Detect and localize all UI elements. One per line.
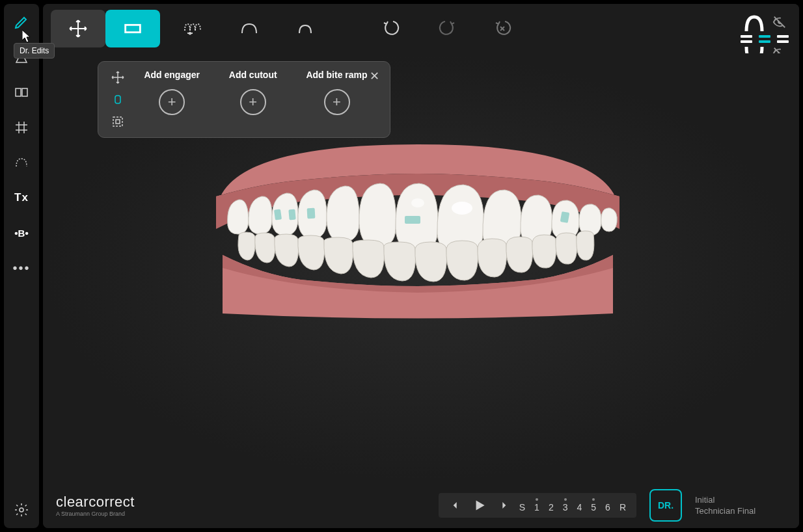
panel-col-engager: Add engager + [144, 70, 200, 129]
reset-icon[interactable] [480, 10, 526, 47]
add-features-panel: Add engager + Add cutout + Add bite ramp… [98, 61, 390, 138]
status-final: Technician Final [695, 506, 786, 516]
top-toolbar [43, 4, 799, 53]
upper-arch-indicator[interactable] [742, 14, 766, 33]
b-tool-icon[interactable]: •B• [10, 221, 33, 245]
svg-point-12 [452, 202, 472, 215]
brand-subtitle: A Straumann Group Brand [56, 511, 135, 517]
panel-select-icon[interactable] [110, 114, 126, 129]
timeline-step[interactable]: 4 [577, 498, 582, 512]
redo-icon[interactable] [424, 10, 470, 47]
svg-rect-1 [22, 88, 27, 96]
compare-tool-icon[interactable] [10, 81, 33, 104]
settings-icon[interactable] [10, 498, 33, 522]
add-biteramp-label: Add bite ramp [306, 70, 367, 80]
upper-arch-icon[interactable] [226, 10, 272, 47]
ipr-tool-icon[interactable] [170, 10, 216, 47]
rectangle-tool-button[interactable] [105, 10, 160, 47]
visibility-toggle-upper-icon[interactable] [772, 15, 787, 32]
more-tool-icon[interactable]: ••• [10, 256, 33, 280]
svg-rect-0 [16, 88, 21, 96]
brand-logo: clearcorrect A Straumann Group Brand [56, 494, 135, 517]
panel-attach-icon[interactable] [110, 92, 126, 107]
prev-step-button[interactable] [449, 499, 462, 512]
panel-col-cutout: Add cutout + [229, 70, 277, 129]
main-area: Bite Jump Add engager + [43, 4, 799, 528]
svg-rect-10 [405, 216, 420, 224]
svg-point-13 [411, 198, 424, 207]
add-biteramp-button[interactable]: + [324, 89, 350, 115]
timeline-step[interactable]: 6 [605, 498, 610, 512]
panel-move-icon[interactable] [110, 70, 126, 85]
app-root: Dr. Edits Tx •B• ••• [0, 0, 803, 532]
sidebar-tooltip: Dr. Edits [14, 43, 55, 59]
timeline-step[interactable]: 3 [563, 498, 568, 512]
svg-point-2 [20, 508, 23, 512]
svg-rect-4 [115, 96, 120, 103]
svg-rect-5 [113, 117, 122, 126]
timeline-step[interactable]: 1 [534, 498, 539, 512]
timeline-step[interactable]: S [519, 498, 525, 512]
timeline-step[interactable]: R [619, 498, 626, 512]
timeline-step[interactable]: 2 [549, 498, 554, 512]
grid-tool-icon[interactable] [10, 116, 33, 139]
undo-icon[interactable] [368, 10, 414, 47]
status-labels: Initial Technician Final [695, 495, 786, 516]
svg-rect-8 [288, 209, 295, 220]
dr-step-button[interactable]: DR. [649, 489, 682, 522]
svg-rect-9 [307, 208, 316, 219]
timeline-control: S123456R [439, 493, 636, 518]
bottom-bar: clearcorrect A Straumann Group Brand S12… [43, 483, 799, 528]
left-sidebar: Dr. Edits Tx •B• ••• [4, 4, 39, 528]
occlusion-bars-center[interactable] [759, 35, 770, 43]
add-engager-button[interactable]: + [159, 89, 185, 115]
occlusion-bars-left[interactable] [741, 35, 752, 43]
svg-rect-3 [126, 25, 141, 32]
add-cutout-label: Add cutout [229, 70, 277, 80]
dr-edits-tool-icon[interactable] [10, 10, 33, 34]
tool-group-view [51, 10, 160, 47]
panel-col-biteramp: Add bite ramp + [306, 70, 367, 129]
panel-columns: Add engager + Add cutout + Add bite ramp… [129, 70, 382, 129]
timeline-step[interactable]: 5 [591, 498, 596, 512]
next-step-button[interactable] [497, 499, 510, 512]
panel-close-button[interactable]: ✕ [366, 68, 382, 84]
add-cutout-button[interactable]: + [240, 89, 266, 115]
move-tool-button[interactable] [51, 10, 105, 47]
play-button[interactable] [471, 497, 488, 514]
arch-tool-icon[interactable] [10, 151, 33, 174]
occlusion-bars-right[interactable] [777, 35, 789, 43]
panel-side-tools [106, 70, 129, 129]
status-initial: Initial [695, 495, 786, 505]
lower-arch-icon[interactable] [282, 10, 328, 47]
timeline-steps: S123456R [519, 498, 626, 512]
add-engager-label: Add engager [144, 70, 200, 80]
svg-rect-6 [116, 120, 120, 124]
teeth-model [210, 138, 626, 320]
tx-tool-icon[interactable]: Tx [10, 186, 33, 209]
brand-name: clearcorrect [56, 494, 135, 511]
